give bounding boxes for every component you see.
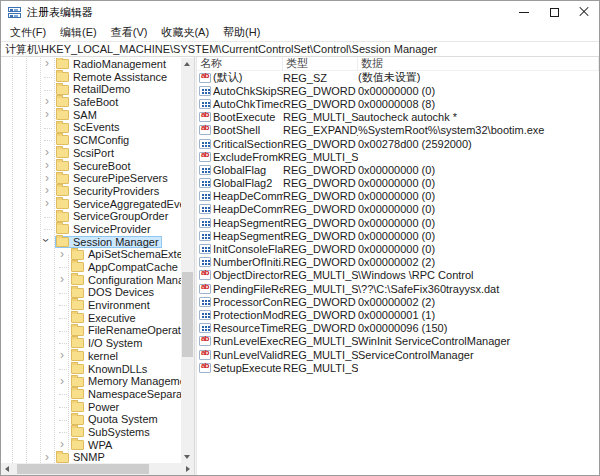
value-row[interactable]: RunLevelValida... REG_MULTI_SZ ServiceCo… [197, 348, 599, 361]
address-bar[interactable]: 计算机\HKEY_LOCAL_MACHINE\SYSTEM\CurrentCon… [1, 41, 599, 57]
scroll-up-icon[interactable] [184, 62, 190, 66]
horizontal-scroll-thumb[interactable] [17, 464, 149, 474]
value-row[interactable]: InitConsoleFlags REG_DWORD 0x00000000 (0… [197, 242, 599, 255]
value-row[interactable]: ProtectionMode REG_DWORD 0x00000001 (1) [197, 308, 599, 321]
tree-item[interactable]: ServiceProvider [1, 223, 181, 236]
tree-item[interactable]: AppCompatCache [1, 261, 181, 274]
value-row[interactable]: GlobalFlag REG_DWORD 0x00000000 (0) [197, 163, 599, 176]
tree-item[interactable]: Executive [1, 312, 181, 325]
tree-item[interactable]: KnownDLLs [1, 363, 181, 376]
tree-item[interactable]: SCMConfig [1, 134, 181, 147]
tree-node[interactable]: SecureBoot [55, 160, 133, 172]
tree-item[interactable]: RetailDemo [1, 83, 181, 96]
tree-item[interactable]: NamespaceSeparation [1, 388, 181, 401]
tree-node[interactable]: NamespaceSeparation [70, 388, 181, 400]
tree-item[interactable]: SafeBoot [1, 96, 181, 109]
tree-node[interactable]: Configuration Manager [70, 274, 181, 286]
value-row[interactable]: RunLevelExecute REG_MULTI_SZ WinInit Ser… [197, 335, 599, 348]
tree-item[interactable]: Power [1, 401, 181, 414]
tree-node[interactable]: SCMConfig [55, 134, 132, 146]
value-row[interactable]: CriticalSection... REG_DWORD 0x00278d00 … [197, 137, 599, 150]
value-row[interactable]: ExcludeFromK... REG_MULTI_SZ [197, 150, 599, 163]
minimize-button[interactable] [509, 1, 539, 23]
expander-icon[interactable] [42, 198, 54, 210]
tree-item[interactable]: FileRenameOperations [1, 324, 181, 337]
tree-node[interactable]: WPA [70, 439, 115, 451]
expander-icon[interactable] [42, 58, 54, 70]
tree-item[interactable]: SNMP [1, 451, 181, 463]
close-button[interactable] [569, 1, 599, 23]
tree-node[interactable]: FileRenameOperations [70, 325, 181, 337]
expander-icon[interactable] [42, 122, 54, 134]
tree-node[interactable]: SecurityProviders [55, 185, 162, 197]
tree-node[interactable]: kernel [70, 350, 121, 362]
tree-node[interactable]: ServiceGroupOrder [55, 211, 171, 223]
value-row[interactable]: ObjectDirector... REG_MULTI_SZ \Windows … [197, 269, 599, 282]
expander-icon[interactable] [57, 325, 69, 337]
tree-node[interactable]: I/O System [70, 337, 145, 349]
tree-item[interactable]: SecurePipeServers [1, 172, 181, 185]
tree-node[interactable]: SAM [55, 109, 100, 121]
tree-node[interactable]: Memory Management [70, 376, 181, 388]
tree-item[interactable]: RadioManagement [1, 58, 181, 71]
tree-node[interactable]: DOS Devices [70, 287, 157, 299]
tree-item[interactable]: ScsiPort [1, 147, 181, 160]
expander-icon[interactable] [57, 249, 69, 261]
tree-item[interactable]: ScEvents [1, 121, 181, 134]
expander-icon[interactable] [42, 236, 54, 248]
column-header[interactable]: 名称 [197, 57, 283, 71]
tree-item[interactable]: Environment [1, 299, 181, 312]
menu-item[interactable]: 编辑(E) [53, 23, 104, 42]
value-row[interactable]: HeapSegment... REG_DWORD 0x00000000 (0) [197, 216, 599, 229]
tree-item[interactable]: SubSystems [1, 426, 181, 439]
expander-icon[interactable] [42, 452, 54, 463]
menu-item[interactable]: 收藏夹(A) [154, 23, 216, 42]
column-header[interactable]: 类型 [283, 57, 358, 71]
expander-icon[interactable] [57, 312, 69, 324]
tree-item[interactable]: Quota System [1, 413, 181, 426]
expander-icon[interactable] [57, 274, 69, 286]
tree-node[interactable]: Environment [70, 299, 153, 311]
tree-node[interactable]: SNMP [55, 452, 108, 463]
expander-icon[interactable] [42, 211, 54, 223]
tree-node[interactable]: SafeBoot [55, 96, 121, 108]
value-row[interactable]: BootExecute REG_MULTI_SZ autocheck autoc… [197, 111, 599, 124]
expander-icon[interactable] [57, 350, 69, 362]
menu-item[interactable]: 文件(F) [3, 23, 53, 42]
tree-item[interactable]: Configuration Manager [1, 274, 181, 287]
tree-item[interactable]: SAM [1, 109, 181, 122]
tree-item[interactable]: Memory Management [1, 375, 181, 388]
tree-node[interactable]: ScEvents [55, 122, 122, 134]
value-row[interactable]: PendingFileRe... REG_MULTI_SZ \??\C:\Saf… [197, 282, 599, 295]
value-row[interactable]: ProcessorCont... REG_DWORD 0x00000002 (2… [197, 295, 599, 308]
expander-icon[interactable] [57, 439, 69, 451]
tree-item[interactable]: ServiceAggregatedEvents [1, 198, 181, 211]
tree-node[interactable]: ApiSetSchemaExtension [70, 249, 181, 261]
value-row[interactable]: (默认) REG_SZ (数值未设置) [197, 71, 599, 84]
tree-node[interactable]: Quota System [70, 414, 161, 426]
expander-icon[interactable] [42, 109, 54, 121]
tree-node[interactable]: Session Manager [55, 236, 162, 248]
tree-item[interactable]: DOS Devices [1, 286, 181, 299]
expander-icon[interactable] [57, 388, 69, 400]
tree-horizontal-scrollbar[interactable] [1, 463, 194, 475]
menu-item[interactable]: 查看(V) [104, 23, 155, 42]
tree-item[interactable]: ApiSetSchemaExtension [1, 248, 181, 261]
tree-item[interactable]: ServiceGroupOrder [1, 210, 181, 223]
tree-item[interactable]: Session Manager [1, 236, 181, 249]
expander-icon[interactable] [57, 287, 69, 299]
expander-icon[interactable] [57, 299, 69, 311]
value-row[interactable]: SetupExecute REG_MULTI_SZ [197, 361, 599, 374]
tree-item[interactable]: SecureBoot [1, 160, 181, 173]
tree-item[interactable]: I/O System [1, 337, 181, 350]
tree-item[interactable]: SecurityProviders [1, 185, 181, 198]
value-row[interactable]: HeapDeComm... REG_DWORD 0x00000000 (0) [197, 190, 599, 203]
expander-icon[interactable] [57, 414, 69, 426]
maximize-button[interactable] [539, 1, 569, 23]
expander-icon[interactable] [42, 71, 54, 83]
tree-vertical-scrollbar[interactable] [181, 58, 194, 463]
expander-icon[interactable] [42, 223, 54, 235]
tree-node[interactable]: AppCompatCache [70, 261, 181, 273]
value-row[interactable]: ResourceTime... REG_DWORD 0x00000096 (15… [197, 322, 599, 335]
value-row[interactable]: NumberOfIniti... REG_DWORD 0x00000002 (2… [197, 256, 599, 269]
